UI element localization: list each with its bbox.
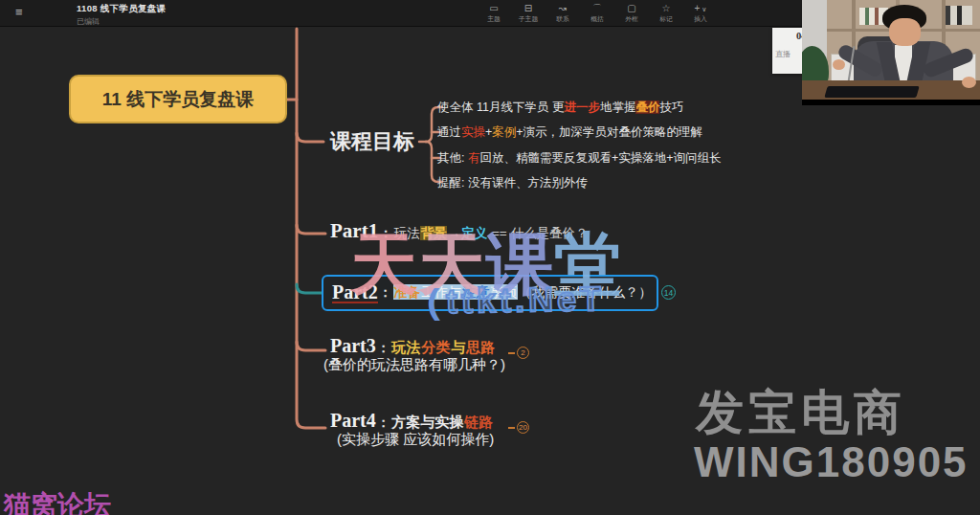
topic-icon: ▭: [481, 2, 506, 14]
summary-icon: ⌒: [585, 2, 610, 14]
part3-subtitle[interactable]: (叠价的玩法思路有哪几种？): [323, 356, 505, 374]
subtopic-icon: ⊟: [516, 2, 541, 14]
boundary-icon: ▢: [619, 2, 644, 14]
part4-node[interactable]: Part4：方案与实操链路: [330, 410, 494, 432]
subtopic-button[interactable]: ⊟ 子主题: [516, 2, 541, 25]
part2-node-selected[interactable]: Part2：准备工作与注意事项（我需要准备什么？）: [322, 275, 658, 311]
part2-count-badge[interactable]: 14: [661, 285, 676, 300]
document-title: 1108 线下学员复盘课: [77, 3, 166, 15]
connector-part2: [297, 284, 322, 293]
webcam-video[interactable]: [802, 0, 980, 105]
part1-text: 玩法背景→定义 == 什么是叠价？: [393, 225, 589, 242]
books: [946, 6, 972, 25]
connector-part1: [297, 225, 325, 234]
part4-subtitle[interactable]: (实操步骤 应该如何操作): [337, 431, 494, 449]
part3-count-badge[interactable]: 2: [517, 347, 529, 359]
relationship-icon: ↝: [550, 2, 575, 14]
marker-button[interactable]: ☆ 标记: [654, 2, 679, 25]
document-status: 已编辑: [77, 16, 166, 27]
hamburger-menu-icon[interactable]: ≡: [15, 6, 23, 19]
topic-button[interactable]: ▭ 主题: [481, 2, 506, 25]
connector-part3: [297, 342, 325, 350]
part4-count-badge[interactable]: 20: [517, 421, 529, 434]
part2-label: Part2: [332, 282, 378, 303]
keyboard: [824, 86, 919, 98]
part4-text: 方案与实操链路: [391, 414, 494, 432]
chevron-down-icon: ∨: [702, 6, 706, 12]
part3-node[interactable]: Part3：玩法分类与思路: [330, 335, 496, 357]
goal-child-2[interactable]: 通过实操+案例+演示，加深学员对叠价策略的理解: [437, 125, 702, 140]
summary-button[interactable]: ⌒ 概括: [585, 2, 610, 25]
goal-child-3[interactable]: 其他: 有回放、精髓需要反复观看+实操落地+询问组长: [437, 151, 722, 166]
marker-star-icon: ☆: [654, 2, 679, 14]
insert-button[interactable]: +∨ 插入: [688, 2, 713, 25]
boundary-button[interactable]: ▢ 外框: [619, 2, 644, 25]
document-title-block: 1108 线下学员复盘课 已编辑: [77, 3, 166, 27]
part1-node[interactable]: Part1：玩法背景→定义 == 什么是叠价？: [330, 219, 589, 243]
goal-topic-node[interactable]: 课程目标: [330, 127, 414, 156]
part1-label: Part1: [330, 219, 378, 243]
goal-child-1[interactable]: 使全体 11月线下学员 更进一步地掌握叠价技巧: [437, 101, 683, 115]
goal-child-4[interactable]: 提醒: 没有课件、方法别外传: [437, 176, 588, 190]
part3-text: 玩法分类与思路: [391, 339, 496, 357]
toolbar-actions: ▭ 主题 ⊟ 子主题 ↝ 联系 ⌒ 概括 ▢ 外框 ☆ 标记 +∨ 插入: [481, 2, 713, 25]
part3-label: Part3: [330, 335, 376, 357]
part2-text: 准备工作与注意事项（我需要准备什么？）: [393, 284, 653, 302]
relationship-button[interactable]: ↝ 联系: [550, 2, 575, 25]
root-topic-node[interactable]: 11 线下学员复盘课: [69, 75, 287, 123]
connector-goal: [297, 133, 323, 142]
plus-icon: +: [695, 3, 701, 13]
connector-trunk: [297, 29, 325, 428]
part4-label: Part4: [330, 410, 376, 432]
